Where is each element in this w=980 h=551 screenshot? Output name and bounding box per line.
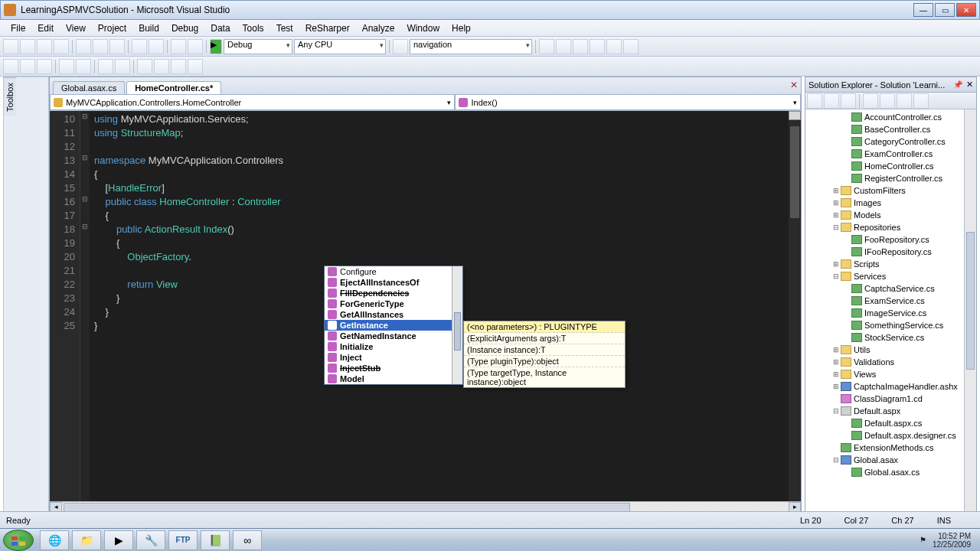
expander-icon[interactable]: ⊞: [831, 260, 841, 268]
sln-designer-btn[interactable]: [880, 93, 895, 109]
tray-clock[interactable]: 10:52 PM 12/25/2009: [933, 532, 971, 549]
tree-node[interactable]: ⊞CustomFilters: [805, 184, 976, 197]
intellisense-item[interactable]: GetInstance: [325, 320, 462, 331]
system-tray[interactable]: ⚑ 10:52 PM 12/25/2009: [920, 532, 977, 549]
start-button[interactable]: [3, 530, 34, 551]
intellisense-item[interactable]: EjectAllInstancesOf: [325, 277, 462, 288]
intellisense-item[interactable]: GetNamedInstance: [325, 331, 462, 341]
intellisense-item[interactable]: GetAllInstances: [325, 309, 462, 320]
sln-close-icon[interactable]: ✕: [966, 80, 973, 90]
code-editor[interactable]: 10111213141516171819202122232425 ⊟⊟⊟⊟ us…: [50, 111, 801, 501]
menu-window[interactable]: Window: [400, 23, 446, 34]
cut-button[interactable]: [76, 39, 91, 54]
platform-combo[interactable]: Any CPU: [294, 39, 386, 54]
sln-properties-btn[interactable]: [807, 93, 822, 109]
task-explorer[interactable]: 📁: [72, 530, 101, 550]
paste-button[interactable]: [109, 39, 125, 54]
menu-debug[interactable]: Debug: [165, 23, 204, 34]
bookmark-next-btn[interactable]: [171, 59, 186, 74]
tree-node[interactable]: IFooRepository.cs: [805, 246, 976, 258]
undo-button[interactable]: [132, 39, 147, 54]
sln-explorer-btn[interactable]: [539, 39, 554, 54]
tray-flag-icon[interactable]: ⚑: [920, 536, 926, 544]
intellisense-item[interactable]: Model: [325, 373, 462, 384]
class-nav-combo[interactable]: MyMVCApplication.Controllers.HomeControl…: [50, 94, 455, 110]
tab-close-icon[interactable]: ✕: [790, 80, 798, 90]
tree-node[interactable]: ExamController.cs: [805, 148, 976, 160]
minimize-button[interactable]: —: [913, 3, 933, 17]
new-project-button[interactable]: [3, 39, 18, 54]
tree-node[interactable]: ⊞Views: [805, 368, 976, 380]
task-app1[interactable]: 🔧: [136, 530, 165, 550]
expander-icon[interactable]: ⊞: [831, 199, 841, 207]
sln-code-btn[interactable]: [863, 93, 878, 109]
redo-button[interactable]: [149, 39, 164, 54]
solution-tree[interactable]: AccountController.csBaseController.csCat…: [805, 109, 976, 530]
intellisense-scrollbar[interactable]: [452, 266, 462, 384]
start-debug-button[interactable]: ▶: [210, 39, 222, 54]
tree-node[interactable]: ⊞Utils: [805, 344, 976, 356]
find-combo[interactable]: navigation: [410, 39, 532, 54]
menu-data[interactable]: Data: [204, 23, 236, 34]
tree-node[interactable]: ⊞CaptchaImageHandler.ashx: [805, 380, 976, 393]
tree-node[interactable]: ⊟Repositories: [805, 221, 976, 233]
tree-node[interactable]: AccountController.cs: [805, 111, 976, 123]
task-ie[interactable]: 🌐: [40, 530, 69, 550]
open-button[interactable]: [20, 39, 35, 54]
format-btn-1[interactable]: [3, 59, 18, 74]
tree-node[interactable]: CaptchaService.cs: [805, 282, 976, 295]
expander-icon[interactable]: ⊟: [831, 272, 841, 280]
tree-node[interactable]: ⊞Images: [805, 197, 976, 209]
tree-node[interactable]: StockService.cs: [805, 331, 976, 344]
bookmark-btn[interactable]: [137, 59, 152, 74]
tree-node[interactable]: ExtensionMethods.cs: [805, 442, 976, 454]
tree-node[interactable]: Default.aspx.cs: [805, 417, 976, 429]
editor-vscroll-thumb[interactable]: [790, 126, 799, 218]
menu-file[interactable]: File: [5, 23, 31, 34]
menu-view[interactable]: View: [60, 23, 92, 34]
save-all-button[interactable]: [54, 39, 69, 54]
tree-node[interactable]: ⊟Default.aspx: [805, 405, 976, 417]
menu-analyze[interactable]: Analyze: [356, 23, 401, 34]
bookmark-prev-btn[interactable]: [154, 59, 169, 74]
expander-icon[interactable]: ⊟: [831, 456, 841, 464]
expander-icon[interactable]: ⊟: [831, 407, 841, 415]
pin-icon[interactable]: 📌: [953, 80, 962, 89]
sln-asp-btn[interactable]: [913, 93, 929, 109]
toolbox-btn[interactable]: [573, 39, 588, 54]
tree-node[interactable]: ⊞Models: [805, 209, 976, 221]
menu-project[interactable]: Project: [92, 23, 132, 34]
maximize-button[interactable]: ▭: [935, 3, 955, 17]
tree-node[interactable]: CategoryController.cs: [805, 135, 976, 148]
fold-column[interactable]: ⊟⊟⊟⊟: [80, 111, 90, 501]
member-nav-combo[interactable]: Index(): [455, 94, 801, 110]
toolbox-tab[interactable]: Toolbox: [4, 77, 16, 116]
format-btn-3[interactable]: [37, 59, 52, 74]
menu-help[interactable]: Help: [446, 23, 477, 34]
intellisense-popup[interactable]: ConfigureEjectAllInstancesOfFillDependen…: [324, 266, 463, 385]
menu-tools[interactable]: Tools: [237, 23, 270, 34]
sln-copy-btn[interactable]: [897, 93, 912, 109]
close-button[interactable]: ✕: [956, 3, 976, 17]
tree-node[interactable]: BaseController.cs: [805, 123, 976, 135]
tree-node[interactable]: ExamService.cs: [805, 295, 976, 307]
editor-vscroll[interactable]: [789, 111, 801, 501]
tree-node[interactable]: FooRepository.cs: [805, 233, 976, 246]
intellisense-item[interactable]: Configure: [325, 266, 462, 277]
tree-node[interactable]: ⊟Global.asax: [805, 454, 976, 466]
task-ftp[interactable]: FTP: [168, 530, 198, 550]
task-media[interactable]: ▶: [104, 530, 133, 550]
nav-fwd-button[interactable]: [188, 39, 203, 54]
doc-tab[interactable]: HomeController.cs*: [126, 81, 221, 94]
other-btn[interactable]: [623, 39, 639, 54]
tree-node[interactable]: ClassDiagram1.cd: [805, 393, 976, 405]
menu-test[interactable]: Test: [270, 23, 299, 34]
tree-node[interactable]: ⊞Validations: [805, 356, 976, 368]
nav-back-button[interactable]: [171, 39, 186, 54]
tree-node[interactable]: SomethingService.cs: [805, 319, 976, 331]
object-browser-btn[interactable]: [606, 39, 622, 54]
sln-vscroll-thumb[interactable]: [966, 232, 975, 370]
find-button[interactable]: [393, 39, 408, 54]
config-combo[interactable]: Debug: [224, 39, 292, 54]
uncomment-btn[interactable]: [115, 59, 130, 74]
